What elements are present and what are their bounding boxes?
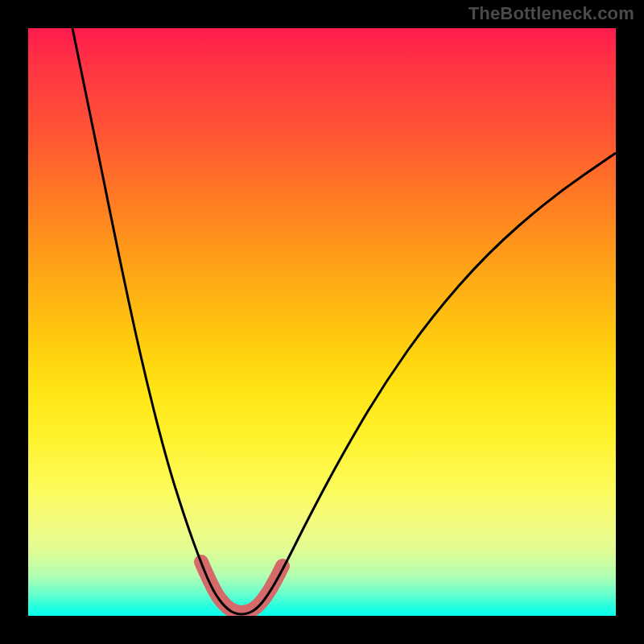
curve-layer: [28, 28, 616, 616]
chart-frame: TheBottleneck.com: [0, 0, 644, 644]
main-curve: [72, 28, 616, 614]
watermark-text: TheBottleneck.com: [469, 3, 634, 24]
plot-area: [28, 28, 616, 616]
highlight-band: [201, 562, 283, 613]
